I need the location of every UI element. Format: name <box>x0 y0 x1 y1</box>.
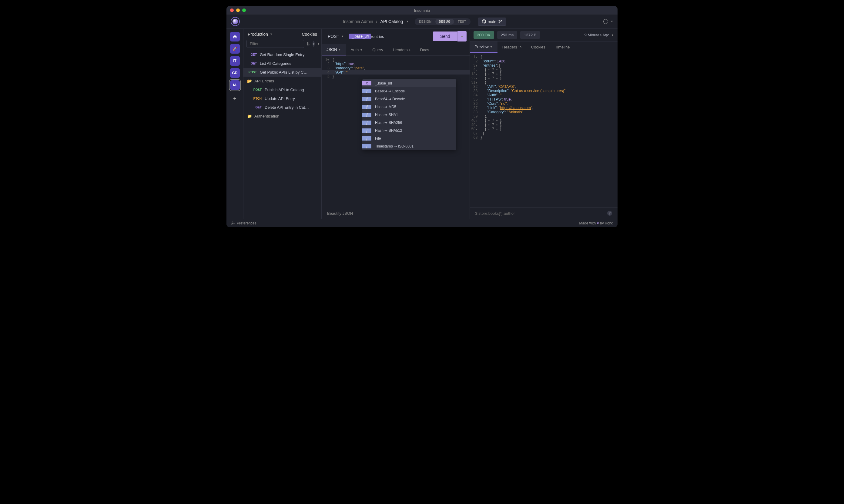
add-dropdown-icon[interactable]: ▼ <box>317 42 320 46</box>
response-history-dropdown[interactable]: 9 Minutes Ago▼ <box>585 33 614 37</box>
made-with-label: Made with ♥ by Kong <box>579 221 613 226</box>
send-dropdown[interactable]: ▼ <box>458 31 467 41</box>
rail-add-workspace[interactable]: + <box>230 94 240 103</box>
rail-rocket[interactable]: 🚀 <box>230 44 240 54</box>
user-dropdown-icon[interactable]: ▼ <box>610 20 613 23</box>
chevron-down-icon: ▼ <box>338 48 341 51</box>
status-code-badge: 200 OK <box>473 31 494 39</box>
help-icon[interactable]: ? <box>607 211 612 216</box>
tab-response-cookies[interactable]: Cookies <box>526 41 550 53</box>
github-icon <box>482 19 486 24</box>
maximize-window-button[interactable] <box>242 8 246 12</box>
autocomplete-item[interactable]: ƒBase64 ⇒ Encode <box>362 87 456 95</box>
tab-timeline[interactable]: Timeline <box>550 41 575 53</box>
filter-input[interactable] <box>246 40 304 48</box>
method-selector[interactable]: POST ▼ <box>325 32 347 41</box>
response-pane: 200 OK 253 ms 1372 B 9 Minutes Ago▼ Prev… <box>470 29 618 219</box>
home-icon <box>233 35 237 39</box>
response-body-viewer[interactable]: 1▾{ 2 "count": 1426, 3▾ "entries": [ 4▸ … <box>470 53 618 208</box>
request-item[interactable]: POSTPublish API to Catalog <box>243 85 321 94</box>
chevron-down-icon: ▼ <box>611 34 614 37</box>
mode-design[interactable]: DESIGN <box>415 19 435 24</box>
tab-auth[interactable]: Auth ▼ <box>346 44 368 55</box>
mode-debug[interactable]: DEBUG <box>435 19 454 24</box>
workspace-name[interactable]: Insomnia Admin <box>343 19 373 24</box>
autocomplete-item[interactable]: ƒFile <box>362 134 456 142</box>
close-window-button[interactable] <box>230 8 234 12</box>
add-request-button[interactable]: + <box>313 41 315 47</box>
cookies-button[interactable]: Cookies <box>302 32 317 37</box>
svg-point-3 <box>232 222 234 224</box>
folder-authentication[interactable]: 📁Authentication <box>243 112 321 121</box>
user-icon[interactable] <box>603 19 608 24</box>
autocomplete-item[interactable]: ƒHash ⇒ MD5 <box>362 103 456 111</box>
folder-icon: 📁 <box>247 114 252 119</box>
request-tabs: JSON ▼ Auth ▼ Query Headers1 Docs <box>322 44 470 56</box>
request-body-editor[interactable]: 1▾{ 2 "https": true, 3 "category": "pets… <box>322 56 470 208</box>
tab-docs[interactable]: Docs <box>415 44 434 55</box>
request-item[interactable]: POSTGet Public APIs List by C… <box>243 68 321 77</box>
breadcrumb: Insomnia Admin / API Catalog ▼ DESIGN DE… <box>246 18 603 26</box>
mode-test[interactable]: TEST <box>454 19 470 24</box>
response-time-badge: 253 ms <box>497 31 517 39</box>
autocomplete-item[interactable]: ƒHash ⇒ SHA1 <box>362 111 456 119</box>
tab-headers[interactable]: Headers1 <box>388 44 415 55</box>
tab-json[interactable]: JSON ▼ <box>322 44 346 55</box>
response-tabs: Preview ▼ Headers10 Cookies Timeline <box>470 41 618 53</box>
rail-workspace-it[interactable]: IT <box>230 56 240 66</box>
autocomplete-item[interactable]: ƒHash ⇒ SHA512 <box>362 127 456 134</box>
rail-workspace-ia[interactable]: IA <box>230 80 240 90</box>
request-item[interactable]: GETGet Random Single Entry <box>243 50 321 59</box>
window-title: Insomnia <box>414 8 430 13</box>
folder-api-entries[interactable]: 📂API Entries <box>243 77 321 85</box>
autocomplete-item[interactable]: ƒTimestamp ⇒ ISO-8601 <box>362 142 456 150</box>
git-branch-button[interactable]: main <box>478 18 506 26</box>
svg-point-2 <box>501 20 502 21</box>
project-name[interactable]: API Catalog <box>380 19 403 24</box>
mode-switcher: DESIGN DEBUG TEST <box>415 18 470 25</box>
heart-icon: ♥ <box>597 221 599 226</box>
env-variable-tag[interactable]: _.base_url <box>349 34 371 39</box>
topbar: Insomnia Admin / API Catalog ▼ DESIGN DE… <box>226 15 618 29</box>
chevron-down-icon: ▼ <box>341 35 344 38</box>
sidebar: Production ▼ Cookies ⇅ + ▼ GETGet Random… <box>243 29 322 219</box>
tab-query[interactable]: Query <box>367 44 388 55</box>
svg-point-1 <box>499 22 500 23</box>
beautify-json-button[interactable]: Beautify JSON <box>322 208 470 219</box>
traffic-lights <box>230 8 246 12</box>
rail-workspace-gd[interactable]: GD <box>230 68 240 78</box>
chevron-down-icon: ▼ <box>360 49 363 52</box>
request-item[interactable]: GETList All Categories <box>243 59 321 68</box>
autocomplete-item[interactable]: x_.base_url <box>362 79 456 87</box>
rocket-icon: 🚀 <box>232 47 237 51</box>
autocomplete-popup: x_.base_url ƒBase64 ⇒ Encode ƒBase64 ⇒ D… <box>362 79 456 150</box>
response-filter-input[interactable]: $.store.books[*].author ? <box>470 208 618 219</box>
app-logo[interactable] <box>231 17 240 26</box>
rail-home[interactable] <box>230 32 240 41</box>
request-item[interactable]: PTCHUpdate API Entry <box>243 94 321 103</box>
app-window: Insomnia Insomnia Admin / API Catalog ▼ … <box>226 6 618 227</box>
folder-open-icon: 📂 <box>247 79 252 83</box>
svg-point-0 <box>499 20 500 21</box>
autocomplete-item[interactable]: ƒHash ⇒ SHA256 <box>362 119 456 127</box>
project-dropdown-icon[interactable]: ▼ <box>406 20 409 23</box>
branch-name: main <box>488 19 496 24</box>
workspace-rail: 🚀 IT GD IA + <box>226 29 243 219</box>
minimize-window-button[interactable] <box>236 8 240 12</box>
branch-icon <box>498 19 502 24</box>
sort-icon[interactable]: ⇅ <box>307 41 310 46</box>
response-size-badge: 1372 B <box>520 31 540 39</box>
url-input[interactable]: _.base_url /entries <box>347 32 433 41</box>
chevron-down-icon: ▼ <box>270 33 273 36</box>
preferences-button[interactable]: Preferences <box>231 221 257 226</box>
tab-response-headers[interactable]: Headers10 <box>498 41 526 53</box>
request-list: GETGet Random Single Entry GETList All C… <box>243 50 321 219</box>
request-item[interactable]: GETDelete API Entry in Cat… <box>243 103 321 112</box>
tab-preview[interactable]: Preview ▼ <box>470 41 498 53</box>
send-button[interactable]: Send <box>433 32 458 41</box>
statusbar: Preferences Made with ♥ by Kong <box>226 219 618 227</box>
chevron-down-icon: ▼ <box>461 35 464 38</box>
autocomplete-item[interactable]: ƒBase64 ⇒ Decode <box>362 95 456 103</box>
environment-selector[interactable]: Production ▼ <box>248 32 273 37</box>
chevron-down-icon: ▼ <box>490 46 493 49</box>
